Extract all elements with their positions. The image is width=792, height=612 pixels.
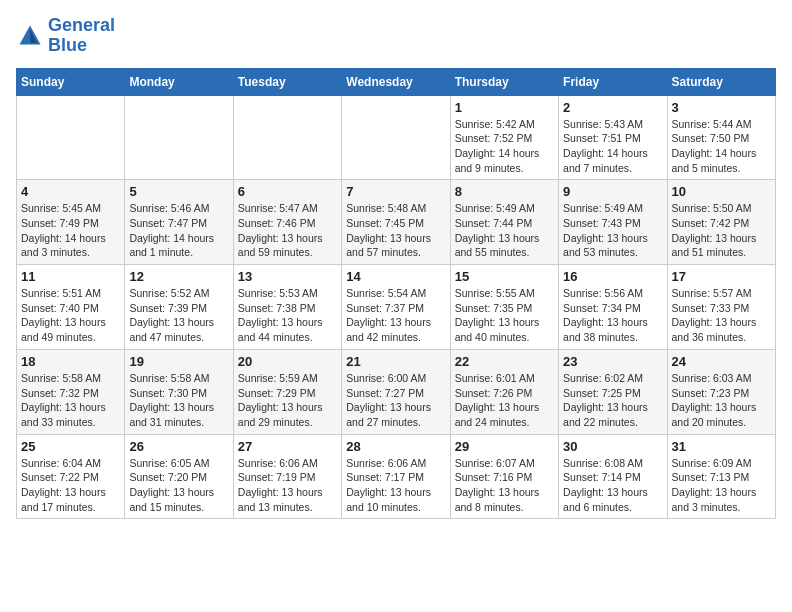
calendar-cell: 26Sunrise: 6:05 AM Sunset: 7:20 PM Dayli…: [125, 434, 233, 519]
logo: General Blue: [16, 16, 115, 56]
day-info: Sunrise: 5:49 AM Sunset: 7:43 PM Dayligh…: [563, 201, 662, 260]
header-wednesday: Wednesday: [342, 68, 450, 95]
calendar-cell: 8Sunrise: 5:49 AM Sunset: 7:44 PM Daylig…: [450, 180, 558, 265]
day-number: 29: [455, 439, 554, 454]
day-info: Sunrise: 6:07 AM Sunset: 7:16 PM Dayligh…: [455, 456, 554, 515]
calendar-cell: 15Sunrise: 5:55 AM Sunset: 7:35 PM Dayli…: [450, 265, 558, 350]
day-number: 5: [129, 184, 228, 199]
day-info: Sunrise: 5:45 AM Sunset: 7:49 PM Dayligh…: [21, 201, 120, 260]
day-number: 27: [238, 439, 337, 454]
day-number: 15: [455, 269, 554, 284]
day-number: 8: [455, 184, 554, 199]
header-saturday: Saturday: [667, 68, 775, 95]
day-info: Sunrise: 5:43 AM Sunset: 7:51 PM Dayligh…: [563, 117, 662, 176]
calendar-cell: 27Sunrise: 6:06 AM Sunset: 7:19 PM Dayli…: [233, 434, 341, 519]
day-number: 6: [238, 184, 337, 199]
calendar-cell: 20Sunrise: 5:59 AM Sunset: 7:29 PM Dayli…: [233, 349, 341, 434]
day-number: 3: [672, 100, 771, 115]
calendar-cell: 9Sunrise: 5:49 AM Sunset: 7:43 PM Daylig…: [559, 180, 667, 265]
day-info: Sunrise: 6:08 AM Sunset: 7:14 PM Dayligh…: [563, 456, 662, 515]
day-number: 23: [563, 354, 662, 369]
day-number: 28: [346, 439, 445, 454]
calendar-cell: 5Sunrise: 5:46 AM Sunset: 7:47 PM Daylig…: [125, 180, 233, 265]
day-number: 12: [129, 269, 228, 284]
calendar-cell: 10Sunrise: 5:50 AM Sunset: 7:42 PM Dayli…: [667, 180, 775, 265]
calendar-cell: 17Sunrise: 5:57 AM Sunset: 7:33 PM Dayli…: [667, 265, 775, 350]
calendar-cell: 30Sunrise: 6:08 AM Sunset: 7:14 PM Dayli…: [559, 434, 667, 519]
calendar-cell: 3Sunrise: 5:44 AM Sunset: 7:50 PM Daylig…: [667, 95, 775, 180]
page-header: General Blue: [16, 16, 776, 56]
day-info: Sunrise: 5:50 AM Sunset: 7:42 PM Dayligh…: [672, 201, 771, 260]
calendar-week-5: 25Sunrise: 6:04 AM Sunset: 7:22 PM Dayli…: [17, 434, 776, 519]
calendar-cell: 6Sunrise: 5:47 AM Sunset: 7:46 PM Daylig…: [233, 180, 341, 265]
calendar-cell: 16Sunrise: 5:56 AM Sunset: 7:34 PM Dayli…: [559, 265, 667, 350]
day-info: Sunrise: 5:54 AM Sunset: 7:37 PM Dayligh…: [346, 286, 445, 345]
day-number: 26: [129, 439, 228, 454]
logo-icon: [16, 22, 44, 50]
day-number: 11: [21, 269, 120, 284]
day-info: Sunrise: 5:44 AM Sunset: 7:50 PM Dayligh…: [672, 117, 771, 176]
day-number: 18: [21, 354, 120, 369]
calendar-cell: 19Sunrise: 5:58 AM Sunset: 7:30 PM Dayli…: [125, 349, 233, 434]
calendar-cell: 24Sunrise: 6:03 AM Sunset: 7:23 PM Dayli…: [667, 349, 775, 434]
calendar-cell: 22Sunrise: 6:01 AM Sunset: 7:26 PM Dayli…: [450, 349, 558, 434]
day-number: 14: [346, 269, 445, 284]
day-info: Sunrise: 6:09 AM Sunset: 7:13 PM Dayligh…: [672, 456, 771, 515]
calendar-cell: 2Sunrise: 5:43 AM Sunset: 7:51 PM Daylig…: [559, 95, 667, 180]
day-number: 25: [21, 439, 120, 454]
header-sunday: Sunday: [17, 68, 125, 95]
day-info: Sunrise: 5:57 AM Sunset: 7:33 PM Dayligh…: [672, 286, 771, 345]
day-number: 13: [238, 269, 337, 284]
header-tuesday: Tuesday: [233, 68, 341, 95]
calendar-cell: 28Sunrise: 6:06 AM Sunset: 7:17 PM Dayli…: [342, 434, 450, 519]
day-info: Sunrise: 6:06 AM Sunset: 7:19 PM Dayligh…: [238, 456, 337, 515]
calendar-header-row: SundayMondayTuesdayWednesdayThursdayFrid…: [17, 68, 776, 95]
calendar-cell: 23Sunrise: 6:02 AM Sunset: 7:25 PM Dayli…: [559, 349, 667, 434]
calendar-week-1: 1Sunrise: 5:42 AM Sunset: 7:52 PM Daylig…: [17, 95, 776, 180]
day-info: Sunrise: 5:59 AM Sunset: 7:29 PM Dayligh…: [238, 371, 337, 430]
calendar-cell: 7Sunrise: 5:48 AM Sunset: 7:45 PM Daylig…: [342, 180, 450, 265]
calendar-cell: 31Sunrise: 6:09 AM Sunset: 7:13 PM Dayli…: [667, 434, 775, 519]
day-info: Sunrise: 5:52 AM Sunset: 7:39 PM Dayligh…: [129, 286, 228, 345]
calendar-table: SundayMondayTuesdayWednesdayThursdayFrid…: [16, 68, 776, 520]
calendar-cell: 1Sunrise: 5:42 AM Sunset: 7:52 PM Daylig…: [450, 95, 558, 180]
day-info: Sunrise: 5:55 AM Sunset: 7:35 PM Dayligh…: [455, 286, 554, 345]
day-number: 22: [455, 354, 554, 369]
calendar-cell: 14Sunrise: 5:54 AM Sunset: 7:37 PM Dayli…: [342, 265, 450, 350]
header-thursday: Thursday: [450, 68, 558, 95]
calendar-cell: [342, 95, 450, 180]
day-info: Sunrise: 5:53 AM Sunset: 7:38 PM Dayligh…: [238, 286, 337, 345]
day-info: Sunrise: 5:47 AM Sunset: 7:46 PM Dayligh…: [238, 201, 337, 260]
day-info: Sunrise: 6:04 AM Sunset: 7:22 PM Dayligh…: [21, 456, 120, 515]
day-info: Sunrise: 6:01 AM Sunset: 7:26 PM Dayligh…: [455, 371, 554, 430]
day-number: 19: [129, 354, 228, 369]
day-info: Sunrise: 5:51 AM Sunset: 7:40 PM Dayligh…: [21, 286, 120, 345]
day-info: Sunrise: 6:06 AM Sunset: 7:17 PM Dayligh…: [346, 456, 445, 515]
calendar-cell: 4Sunrise: 5:45 AM Sunset: 7:49 PM Daylig…: [17, 180, 125, 265]
calendar-cell: 21Sunrise: 6:00 AM Sunset: 7:27 PM Dayli…: [342, 349, 450, 434]
calendar-week-4: 18Sunrise: 5:58 AM Sunset: 7:32 PM Dayli…: [17, 349, 776, 434]
day-info: Sunrise: 5:49 AM Sunset: 7:44 PM Dayligh…: [455, 201, 554, 260]
day-number: 20: [238, 354, 337, 369]
calendar-cell: 13Sunrise: 5:53 AM Sunset: 7:38 PM Dayli…: [233, 265, 341, 350]
header-friday: Friday: [559, 68, 667, 95]
calendar-week-3: 11Sunrise: 5:51 AM Sunset: 7:40 PM Dayli…: [17, 265, 776, 350]
day-info: Sunrise: 5:46 AM Sunset: 7:47 PM Dayligh…: [129, 201, 228, 260]
day-info: Sunrise: 6:02 AM Sunset: 7:25 PM Dayligh…: [563, 371, 662, 430]
day-number: 30: [563, 439, 662, 454]
day-info: Sunrise: 5:56 AM Sunset: 7:34 PM Dayligh…: [563, 286, 662, 345]
header-monday: Monday: [125, 68, 233, 95]
day-info: Sunrise: 5:58 AM Sunset: 7:30 PM Dayligh…: [129, 371, 228, 430]
calendar-week-2: 4Sunrise: 5:45 AM Sunset: 7:49 PM Daylig…: [17, 180, 776, 265]
day-number: 31: [672, 439, 771, 454]
day-info: Sunrise: 6:00 AM Sunset: 7:27 PM Dayligh…: [346, 371, 445, 430]
day-number: 2: [563, 100, 662, 115]
calendar-cell: 29Sunrise: 6:07 AM Sunset: 7:16 PM Dayli…: [450, 434, 558, 519]
calendar-cell: [17, 95, 125, 180]
day-number: 21: [346, 354, 445, 369]
calendar-cell: 12Sunrise: 5:52 AM Sunset: 7:39 PM Dayli…: [125, 265, 233, 350]
day-info: Sunrise: 5:48 AM Sunset: 7:45 PM Dayligh…: [346, 201, 445, 260]
day-info: Sunrise: 6:05 AM Sunset: 7:20 PM Dayligh…: [129, 456, 228, 515]
calendar-cell: 11Sunrise: 5:51 AM Sunset: 7:40 PM Dayli…: [17, 265, 125, 350]
day-info: Sunrise: 5:58 AM Sunset: 7:32 PM Dayligh…: [21, 371, 120, 430]
